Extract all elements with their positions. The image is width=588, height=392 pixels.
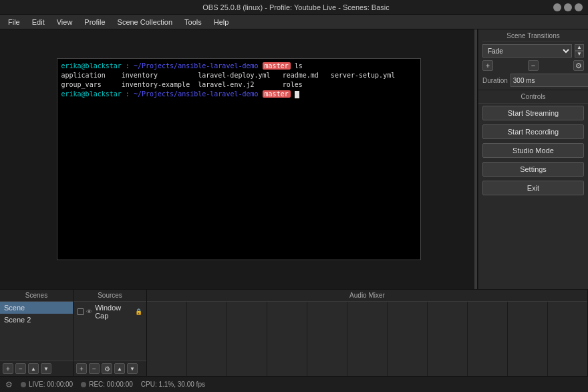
- scene-transitions-panel: Scene Transitions Fade ▲ ▼ + − ⚙ Duratio…: [478, 29, 588, 90]
- scenes-toolbar: + − ▲ ▼: [0, 361, 73, 376]
- transition-spinners: ▲ ▼: [575, 44, 584, 58]
- start-recording-button[interactable]: Start Recording: [482, 124, 584, 139]
- menu-bar: File Edit View Profile Scene Collection …: [0, 15, 588, 29]
- scene-down-button[interactable]: ▼: [41, 363, 51, 374]
- main-content: erika@blackstar : ~/Projects/ansible-lar…: [0, 29, 588, 289]
- rec-timer: REC: 00:00:00: [89, 381, 133, 388]
- maximize-button[interactable]: [564, 3, 572, 11]
- window-title: OBS 25.0.8 (linux) - Profile: Youtube Li…: [39, 3, 553, 11]
- preview-area: erika@blackstar : ~/Projects/ansible-lar…: [0, 29, 478, 289]
- duration-row: Duration ▲ ▼: [482, 74, 584, 87]
- source-up-button[interactable]: ▲: [114, 363, 125, 374]
- sources-title: Sources: [74, 290, 146, 302]
- sources-panel: Sources 👁 Window Cap 🔒 + − ⚙ ▲ ▼: [74, 290, 147, 376]
- terminal-content: erika@blackstar : ~/Projects/ansible-lar…: [57, 59, 420, 102]
- terminal-line-1: erika@blackstar : ~/Projects/ansible-lar…: [61, 62, 416, 71]
- start-streaming-button[interactable]: Start Streaming: [482, 106, 584, 120]
- duration-input[interactable]: [510, 74, 588, 87]
- cpu-status: CPU: 1.1%, 30.00 fps: [141, 381, 205, 388]
- preview-resize-handle[interactable]: [474, 29, 477, 289]
- studio-mode-button[interactable]: Studio Mode: [482, 143, 584, 158]
- add-transition-button[interactable]: +: [482, 60, 493, 71]
- close-button[interactable]: [575, 3, 583, 11]
- settings-status-icon: ⚙: [5, 380, 13, 389]
- right-panel: Scene Transitions Fade ▲ ▼ + − ⚙ Duratio…: [478, 29, 588, 289]
- live-timer: LIVE: 00:00:00: [29, 381, 73, 388]
- controls-title: Controls: [478, 90, 588, 104]
- cpu-info: CPU: 1.1%, 30.00 fps: [141, 381, 205, 388]
- controls-panel: Controls Start Streaming Start Recording…: [478, 90, 588, 289]
- add-source-button[interactable]: +: [76, 363, 87, 374]
- scene-up-button[interactable]: ▲: [28, 363, 39, 374]
- scenes-title: Scenes: [0, 290, 73, 302]
- scene-transitions-title: Scene Transitions: [482, 32, 584, 41]
- transition-spin-up[interactable]: ▲: [575, 44, 584, 51]
- scene-item-1[interactable]: Scene 2: [0, 314, 73, 326]
- terminal-line-4: erika@blackstar : ~/Projects/ansible-lar…: [61, 90, 416, 99]
- transition-type-select[interactable]: Fade: [482, 44, 572, 58]
- window-controls[interactable]: [553, 3, 583, 11]
- scene-item-0[interactable]: Scene: [0, 302, 73, 314]
- add-scene-button[interactable]: +: [3, 363, 13, 374]
- remove-source-button[interactable]: −: [89, 363, 100, 374]
- menu-file[interactable]: File: [3, 17, 25, 27]
- transition-spin-down[interactable]: ▼: [575, 51, 584, 58]
- status-icon-area: ⚙: [5, 380, 13, 389]
- transition-select-row: Fade ▲ ▼: [482, 44, 584, 58]
- terminal-line-2: application inventory laravel-deploy.yml…: [61, 71, 416, 80]
- terminal-preview: erika@blackstar : ~/Projects/ansible-lar…: [57, 58, 421, 260]
- terminal-line-3: group_vars inventory-example laravel-env…: [61, 80, 416, 90]
- title-bar: OBS 25.0.8 (linux) - Profile: Youtube Li…: [0, 0, 588, 15]
- eye-icon: 👁: [86, 308, 92, 315]
- scene-list: Scene Scene 2: [0, 302, 73, 361]
- exit-button[interactable]: Exit: [482, 181, 584, 195]
- rec-status: REC: 00:00:00: [81, 381, 133, 388]
- transition-icon-row: + − ⚙: [482, 60, 584, 71]
- scenes-panel: Scenes Scene Scene 2 + − ▲ ▼: [0, 290, 74, 376]
- source-name: Window Cap: [95, 304, 132, 320]
- source-list: 👁 Window Cap 🔒: [74, 302, 146, 361]
- bottom-area: Scenes Scene Scene 2 + − ▲ ▼ Sources 👁 W…: [0, 289, 588, 376]
- live-status: LIVE: 00:00:00: [21, 381, 73, 388]
- source-item-0[interactable]: 👁 Window Cap 🔒: [74, 302, 146, 322]
- menu-tools[interactable]: Tools: [179, 17, 207, 27]
- source-down-button[interactable]: ▼: [127, 363, 138, 374]
- transition-settings-button[interactable]: ⚙: [573, 60, 584, 71]
- audio-mixer-panel: Audio Mixer: [147, 290, 588, 376]
- menu-view[interactable]: View: [51, 17, 78, 27]
- remove-scene-button[interactable]: −: [15, 363, 26, 374]
- source-visibility-checkbox[interactable]: [78, 308, 84, 315]
- rec-dot: [81, 382, 86, 387]
- minimize-button[interactable]: [553, 3, 561, 11]
- lock-icon: 🔒: [135, 308, 142, 315]
- source-settings-button[interactable]: ⚙: [102, 363, 112, 374]
- audio-mixer-title: Audio Mixer: [147, 290, 587, 302]
- menu-edit[interactable]: Edit: [27, 17, 50, 27]
- sources-toolbar: + − ⚙ ▲ ▼: [74, 361, 146, 376]
- menu-scene-collection[interactable]: Scene Collection: [112, 17, 178, 27]
- settings-button[interactable]: Settings: [482, 162, 584, 177]
- status-bar: ⚙ LIVE: 00:00:00 REC: 00:00:00 CPU: 1.1%…: [0, 376, 588, 392]
- audio-mixer-content: [147, 302, 587, 376]
- live-dot: [21, 382, 26, 387]
- duration-label: Duration: [482, 77, 508, 84]
- remove-transition-button[interactable]: −: [528, 60, 539, 71]
- menu-help[interactable]: Help: [208, 17, 235, 27]
- menu-profile[interactable]: Profile: [79, 17, 110, 27]
